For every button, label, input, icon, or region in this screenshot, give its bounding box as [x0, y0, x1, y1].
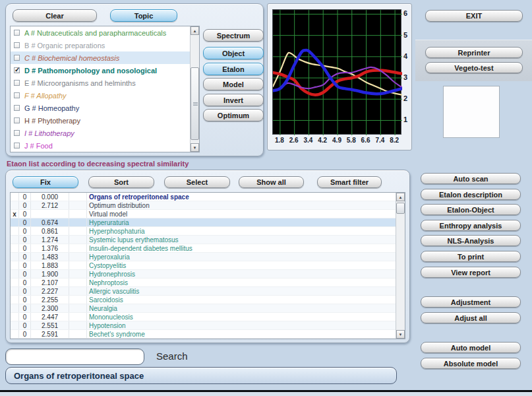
sort-button[interactable]: Sort: [88, 176, 154, 188]
topic-button[interactable]: Topic: [110, 9, 177, 22]
absolute-model-button[interactable]: Absolute model: [421, 358, 521, 369]
invert-button[interactable]: Invert: [203, 94, 264, 106]
category-scrollbar[interactable]: ▲ ▼: [190, 26, 199, 152]
view-report-button[interactable]: View report: [421, 267, 521, 278]
reprinter-button[interactable]: Reprinter: [425, 47, 523, 58]
table-row[interactable]: 02.255Sarcoidosis: [11, 296, 396, 304]
table-row[interactable]: 00.000Organs of retroperitoneal space: [11, 193, 396, 201]
category-item[interactable]: E # Microorganisms and helminths: [11, 77, 199, 89]
etalon-object-button[interactable]: Etalon-Object: [421, 204, 521, 215]
table-row[interactable]: 02.300Neuralgia: [11, 304, 396, 313]
nls-analysis-button[interactable]: NLS-Analysis: [421, 235, 521, 246]
table-row[interactable]: 00.674Hyperuraturia: [11, 218, 396, 227]
category-item[interactable]: F # Allopathy: [11, 89, 199, 102]
cell-marker: x: [11, 210, 19, 218]
checkbox-icon[interactable]: [14, 117, 20, 123]
cell-value: 1.376: [31, 244, 69, 252]
scroll-down-icon[interactable]: ▼: [191, 143, 199, 152]
clear-button[interactable]: Clear: [13, 9, 97, 22]
table-scrollbar[interactable]: ▲ ▼: [396, 193, 405, 339]
table-row[interactable]: 01.883Cystopyelitis: [11, 261, 396, 270]
vegeto-test-button[interactable]: Vegeto-test: [425, 62, 523, 73]
model-button[interactable]: Model: [203, 78, 264, 90]
table-row[interactable]: 02.591Bechet's syndrome: [11, 330, 396, 339]
category-item[interactable]: J # Food: [11, 139, 199, 152]
table-row[interactable]: 02.551Hypotension: [11, 321, 396, 330]
scroll-down-icon[interactable]: ▼: [396, 330, 405, 339]
cell-spacer: [69, 244, 87, 252]
checked-checkbox-icon[interactable]: [14, 67, 20, 73]
etalon-button[interactable]: Etalon: [203, 63, 264, 75]
object-button[interactable]: Object: [203, 47, 264, 59]
etalon-description-button[interactable]: Etalon description: [421, 189, 521, 200]
adjustment-button[interactable]: Adjustment: [421, 296, 521, 308]
auto-model-button[interactable]: Auto model: [421, 342, 521, 353]
checkbox-icon[interactable]: [14, 30, 20, 36]
scroll-up-icon[interactable]: ▲: [396, 193, 405, 201]
cell-flag: 0: [19, 236, 31, 244]
table-row[interactable]: x0Virtual model: [11, 210, 396, 218]
scrollbar-thumb[interactable]: [396, 203, 405, 214]
table-row[interactable]: 00.861Hyperphosphaturia: [11, 227, 396, 236]
cell-value: 2.227: [31, 287, 69, 295]
optimum-button[interactable]: Optimum: [203, 109, 264, 121]
checkbox-icon[interactable]: [14, 55, 20, 61]
show-all-button[interactable]: Show all: [239, 176, 304, 188]
scroll-up-icon[interactable]: ▲: [191, 26, 199, 35]
y-tick-label: 2: [403, 94, 407, 102]
category-item[interactable]: A # Nutraceuticals and parapharmaceutica…: [11, 26, 199, 39]
category-item[interactable]: D # Pathomorphology and nosological: [11, 64, 199, 77]
spectrum-button[interactable]: Spectrum: [203, 29, 264, 42]
cell-name: Bechet's syndrome: [87, 330, 396, 338]
cell-name: Hyperoxaluria: [87, 253, 396, 261]
smart-filter-button[interactable]: Smart filter: [317, 176, 382, 188]
table-row[interactable]: 02.227Allergic vasculitis: [11, 287, 396, 296]
adjust-all-button[interactable]: Adjust all: [421, 312, 521, 323]
cell-name: Hydronephrosis: [87, 270, 396, 278]
cell-value: 1.274: [31, 236, 69, 244]
table-row[interactable]: 02.107Nephroptosis: [11, 279, 396, 287]
category-item[interactable]: H # Phytotherapy: [11, 114, 199, 127]
table-row[interactable]: 01.274Systemic lupus erythematosus: [11, 236, 396, 244]
category-label: A # Nutraceuticals and parapharmaceutica…: [24, 29, 166, 37]
checkbox-icon[interactable]: [14, 143, 20, 148]
checkbox-icon[interactable]: [14, 105, 20, 111]
cell-flag: 0: [19, 218, 31, 226]
category-item[interactable]: I # Lithotherapy: [11, 127, 199, 139]
cell-value: 2.300: [31, 304, 69, 312]
table-row[interactable]: 01.376Insulin-dependent diabetes mellitu…: [11, 244, 396, 253]
category-item[interactable]: G # Homeopathy: [11, 102, 199, 114]
to-print-button[interactable]: To print: [421, 251, 521, 262]
cell-flag: 0: [19, 244, 31, 252]
cell-spacer: [69, 304, 87, 312]
cell-flag: 0: [19, 330, 31, 338]
checkbox-icon[interactable]: [14, 92, 20, 98]
category-item[interactable]: B # Organic preparations: [11, 39, 199, 51]
cell-spacer: [69, 287, 87, 295]
cell-spacer: [69, 279, 87, 286]
auto-scan-button[interactable]: Auto scan: [421, 173, 521, 184]
table-row[interactable]: 01.483Hyperoxaluria: [11, 253, 396, 261]
table-row[interactable]: 02.447Mononucleosis: [11, 313, 396, 321]
category-label: B # Organic preparations: [24, 42, 105, 50]
select-button[interactable]: Select: [164, 176, 230, 188]
exit-button[interactable]: EXIT: [425, 10, 523, 22]
search-input[interactable]: [5, 348, 144, 365]
checkbox-icon[interactable]: [14, 42, 20, 48]
category-item[interactable]: C # Biochemical homeostasis: [11, 51, 199, 64]
y-tick-label: 3: [403, 73, 407, 81]
scrollbar-thumb[interactable]: [191, 67, 199, 140]
cell-name: Systemic lupus erythematosus: [87, 236, 396, 244]
spectrum-chart: [272, 9, 401, 135]
category-label: F # Allopathy: [24, 92, 67, 100]
fix-button[interactable]: Fix: [13, 176, 78, 188]
cell-flag: 0: [19, 253, 31, 261]
table-row[interactable]: 02.712Optimum distribution: [11, 201, 396, 210]
enthropy-analysis-button[interactable]: Enthropy analysis: [421, 220, 521, 231]
checkbox-icon[interactable]: [14, 130, 20, 136]
etalon-table-panel: FixSortSelectShow allSmart filter 00.000…: [5, 170, 410, 343]
scrollbar-grip-icon: [193, 102, 198, 103]
checkbox-icon[interactable]: [14, 80, 20, 86]
table-row[interactable]: 01.900Hydronephrosis: [11, 270, 396, 279]
cell-value: 1.483: [31, 253, 69, 261]
